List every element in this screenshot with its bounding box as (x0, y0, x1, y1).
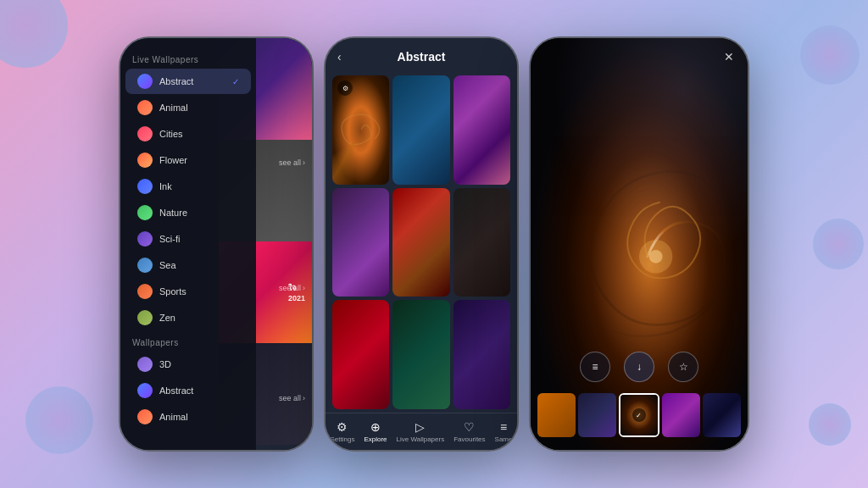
flower-icon (137, 152, 153, 168)
ink-label: Ink (159, 181, 239, 191)
download-icon: ↓ (637, 361, 642, 373)
sidebar-item-scifi[interactable]: Sci-fi (125, 226, 251, 252)
explore-tab-icon: ⊕ (370, 420, 381, 434)
tab-settings[interactable]: ⚙ Settings (331, 420, 355, 443)
see-all-2-chevron: › (303, 284, 305, 292)
settings-tab-label: Settings (331, 435, 355, 443)
zen-label: Zen (159, 313, 239, 323)
tab-explore[interactable]: ⊕ Explore (364, 420, 387, 443)
decorative-blob-midright (813, 219, 864, 269)
grid-cell-1[interactable]: ⚙ (332, 75, 389, 185)
grid-cell-5[interactable] (392, 188, 449, 297)
wallpaper-thumbnail-3 (453, 75, 510, 185)
see-all-1-label: see all (279, 158, 301, 167)
see-all-2-label: see all (279, 284, 301, 292)
wallpaper-thumbnail-4 (332, 188, 389, 297)
decorative-blob-bottomright (809, 403, 851, 446)
grid-cell-3[interactable] (453, 75, 510, 185)
3d-icon (137, 357, 153, 372)
3d-label: 3D (159, 359, 239, 369)
phone-frame-grid: ‹ Abstract ⚙ (324, 36, 519, 452)
see-all-3-chevron: › (303, 394, 305, 402)
sidebar-item-abstract[interactable]: Abstract ✓ (125, 69, 251, 94)
thumbnail-1[interactable] (537, 393, 576, 437)
live-wallpapers-tab-label: Live Wallpapers (397, 435, 445, 443)
tab-live-wallpapers[interactable]: ▷ Live Wallpapers (397, 420, 445, 443)
thumbnail-2[interactable] (578, 393, 616, 437)
wallpaper-thumbnail-6 (453, 188, 510, 297)
phone-frame-fullview: ✕ ≡ ↓ ☆ ✓ (529, 36, 749, 452)
sidebar-item-3d[interactable]: 3D (125, 352, 251, 377)
sidebar-item-sports[interactable]: Sports (125, 279, 251, 304)
see-all-1[interactable]: see all › (279, 158, 305, 167)
same-tab-label: Same (495, 435, 513, 443)
close-button[interactable]: ✕ (721, 48, 737, 65)
see-all-3[interactable]: see all › (279, 394, 305, 402)
cosmic-overlay (531, 38, 748, 286)
menu-icon: ≡ (592, 361, 598, 373)
thumbnail-5[interactable] (703, 393, 741, 437)
grid-cell-4[interactable] (332, 188, 389, 297)
wallpaper-thumbnail-5 (392, 188, 449, 297)
grid-cell-2[interactable] (392, 75, 449, 185)
bottom-nav: ⚙ Settings ⊕ Explore ▷ Live Wallpapers ♡… (326, 413, 517, 450)
sidebar-item-cities[interactable]: Cities (125, 121, 251, 147)
ink-icon (137, 179, 153, 194)
cities-icon (137, 126, 153, 141)
see-all-2[interactable]: see all › (279, 284, 305, 292)
animal-wall-label: Animal (159, 412, 239, 422)
explore-tab-label: Explore (364, 435, 387, 443)
settings-tab-icon: ⚙ (337, 420, 348, 434)
thumb-image-1 (537, 393, 576, 437)
tab-favourites[interactable]: ♡ Favourites (453, 420, 485, 443)
favourites-tab-icon: ♡ (464, 420, 475, 434)
back-button[interactable]: ‹ (337, 50, 342, 64)
sports-label: Sports (159, 286, 239, 297)
phone3-content: ✕ ≡ ↓ ☆ ✓ (531, 38, 748, 450)
thumbnail-4[interactable] (662, 393, 700, 437)
grid-cell-6[interactable] (453, 188, 510, 297)
sidebar-item-animal-wall[interactable]: Animal (125, 404, 251, 430)
sidebar-overlay: Live Wallpapers Abstract ✓ Animal Cities… (120, 38, 256, 450)
sidebar-item-abstract-wall[interactable]: Abstract (125, 378, 251, 403)
decorative-blob-topleft (0, 0, 68, 68)
grid-cell-9[interactable] (453, 300, 510, 409)
scifi-icon (137, 231, 153, 247)
download-action-button[interactable]: ↓ (624, 352, 654, 382)
decorative-blob-bottomleft (25, 386, 93, 454)
thumbnail-3[interactable]: ✓ (619, 393, 660, 437)
sea-label: Sea (159, 260, 239, 270)
sidebar-item-sea[interactable]: Sea (125, 252, 251, 278)
star-icon: ☆ (679, 361, 688, 373)
phone2-header: ‹ Abstract (326, 38, 517, 72)
star-action-button[interactable]: ☆ (668, 352, 698, 382)
sports-icon (137, 284, 153, 299)
sidebar-item-ink[interactable]: Ink (125, 174, 251, 199)
sidebar-item-nature[interactable]: Nature (125, 200, 251, 225)
thumb-image-2 (578, 393, 616, 437)
wallpaper-thumbnail-9 (453, 300, 510, 409)
favourites-tab-label: Favourites (453, 435, 485, 443)
animal-wall-icon (137, 409, 153, 424)
sidebar-item-animal[interactable]: Animal (125, 95, 251, 120)
page-title: Abstract (398, 50, 446, 64)
animal-label: Animal (159, 103, 239, 113)
menu-action-button[interactable]: ≡ (580, 352, 610, 382)
wallpaper-grid: ⚙ (326, 72, 517, 413)
settings-icon-cell1: ⚙ (337, 80, 353, 96)
thumbnails-strip: ✓ (531, 391, 748, 440)
grid-cell-7[interactable] (332, 300, 389, 409)
tab-same[interactable]: ≡ Same (495, 420, 513, 443)
scifi-label: Sci-fi (159, 234, 239, 244)
sidebar-item-flower[interactable]: Flower (125, 147, 251, 173)
close-icon: ✕ (724, 50, 734, 64)
abstract-label: Abstract (159, 76, 225, 86)
phone-frame-menu: ใจ2021 see all › see all › see all › Liv… (119, 36, 314, 452)
sea-icon (137, 258, 153, 273)
sidebar-item-zen[interactable]: Zen (125, 305, 251, 330)
same-tab-icon: ≡ (500, 420, 507, 434)
thumb-image-5 (703, 393, 741, 437)
abstract-wall-icon (137, 383, 153, 398)
grid-cell-8[interactable] (392, 300, 449, 409)
wallpaper-thumbnail-7 (332, 300, 389, 409)
